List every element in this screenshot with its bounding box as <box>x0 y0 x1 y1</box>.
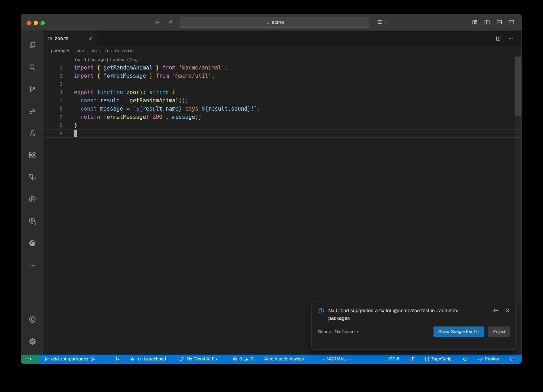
encoding-status[interactable]: UTF-8 <box>383 355 403 364</box>
breadcrumb-separator: › <box>87 49 88 53</box>
remote-icon <box>27 356 32 362</box>
nx-cloud-ai-fix-status-label: Nx Cloud AI Fix <box>187 356 218 362</box>
code-line[interactable]: 2import { formatMessage } from '@acme/ut… <box>43 72 522 80</box>
breadcrumb-separator: › <box>99 49 101 53</box>
tab-zoo-ts[interactable]: TS zoo.ts <box>43 31 97 46</box>
warning-icon <box>244 357 249 362</box>
title-bar[interactable]: acme <box>21 14 522 31</box>
double-check-icon <box>478 357 483 362</box>
code-line[interactable]: 6 const message = `${result.name} says $… <box>43 105 522 113</box>
search-value: acme <box>272 19 284 25</box>
close-tab-icon[interactable] <box>88 36 93 41</box>
line-number: 7 <box>43 113 63 121</box>
activity-item-testing[interactable] <box>21 122 43 144</box>
forward-icon[interactable] <box>167 19 173 25</box>
vim-mode-status[interactable]: -- NORMAL -- <box>319 355 352 364</box>
copilot-icon <box>377 19 383 25</box>
layout-controls <box>472 19 515 25</box>
copilot-menu[interactable] <box>377 19 388 25</box>
code-line[interactable]: 4export function zoo(): string { <box>43 88 522 97</box>
breadcrumb[interactable]: packages›zoo›src›lib›TSzoo.ts›... <box>43 46 522 55</box>
toggle-secondary-sidebar-icon[interactable] <box>508 19 515 25</box>
toggle-sidebar-icon[interactable] <box>484 19 490 25</box>
more-actions-icon[interactable] <box>508 36 514 41</box>
customize-layout-icon[interactable] <box>472 19 478 25</box>
vscode-window: acme TS zoo <box>21 14 522 364</box>
activity-item-edge-tools[interactable] <box>21 232 43 254</box>
auto-attach-status[interactable]: Auto Attach: Always <box>261 355 306 364</box>
breadcrumb-separator: › <box>136 49 138 53</box>
reject-button[interactable]: Reject <box>488 326 510 337</box>
code-line[interactable]: 8} <box>43 121 522 129</box>
toggle-panel-icon[interactable] <box>496 19 502 25</box>
command-center-search[interactable]: acme <box>180 17 369 28</box>
launchpad-status-label: Launchpad <box>144 356 166 362</box>
tab-label: zoo.ts <box>55 36 68 41</box>
explorer-icon <box>28 41 36 49</box>
activity-item-project-graph[interactable] <box>21 188 43 210</box>
code-text: } <box>63 121 77 129</box>
scrollbar-slider[interactable] <box>515 57 521 116</box>
close-window-button[interactable] <box>27 21 31 25</box>
code-line[interactable]: 5 const result = getRandomAnimal(); <box>43 97 522 105</box>
history-nav <box>155 19 173 25</box>
notifications-bell[interactable] <box>506 355 518 364</box>
activity-item-source-control[interactable] <box>21 78 43 100</box>
cloud-upload-icon <box>90 357 95 362</box>
breadcrumb-item[interactable]: packages <box>51 48 70 54</box>
breadcrumb-item[interactable]: src <box>91 48 97 54</box>
activity-item-remote-explorer[interactable] <box>21 166 43 188</box>
minimize-window-button[interactable] <box>34 21 38 25</box>
remote-indicator[interactable] <box>21 355 38 364</box>
activity-bar-bottom <box>21 308 43 352</box>
extensions-icon <box>28 151 36 159</box>
activity-item-search[interactable] <box>21 56 43 78</box>
nx-cloud-ai-fix-status[interactable]: Nx Cloud AI Fix <box>177 355 220 364</box>
code-line[interactable]: 7 return formatMessage('ZOO', message); <box>43 113 522 121</box>
activity-item-explorer[interactable] <box>21 34 43 56</box>
activity-item-run-debug[interactable] <box>21 100 43 122</box>
activity-item-extensions[interactable] <box>21 144 43 166</box>
problems-status[interactable]: 00 <box>230 355 256 364</box>
eol-status[interactable]: LF <box>406 355 418 364</box>
line-number: 8 <box>43 121 63 129</box>
editor-actions <box>496 31 522 46</box>
zoom-window-button[interactable] <box>41 21 45 25</box>
notification-close-icon[interactable] <box>505 308 510 313</box>
run-debug-icon <box>28 107 36 115</box>
breadcrumb-item[interactable]: zoo <box>77 48 84 54</box>
activity-item-accounts[interactable] <box>21 308 43 330</box>
back-icon[interactable] <box>155 19 161 25</box>
code-line[interactable]: 9 <box>43 129 522 138</box>
language-status[interactable]: { }TypeScript <box>421 355 456 364</box>
code-text <box>63 129 74 138</box>
error-icon <box>233 357 238 362</box>
block-cursor <box>74 130 77 137</box>
git-graph-status[interactable] <box>112 355 123 364</box>
show-suggested-fix-button[interactable]: Show Suggested Fix <box>433 326 484 337</box>
code-line[interactable]: 1import { getRandomAnimal } from '@acme/… <box>43 64 522 72</box>
breadcrumb-item[interactable]: ... <box>140 48 144 54</box>
launchpad-status[interactable]: Launchpad <box>127 355 169 364</box>
breadcrumb-item[interactable]: lib <box>103 48 108 54</box>
split-editor-icon[interactable] <box>496 36 501 41</box>
git-graph-icon <box>115 357 120 362</box>
code-line[interactable]: 3 <box>43 80 522 88</box>
code-text: const message = `${result.name} says ${r… <box>63 105 261 113</box>
formatter-status[interactable]: Prettier <box>474 355 503 364</box>
branch-status[interactable]: add-zoo-packages <box>42 355 98 364</box>
search-icon <box>265 20 270 25</box>
activity-item-settings[interactable] <box>21 330 43 352</box>
braces-glyph: { } <box>425 357 430 361</box>
notification-settings-gear-icon[interactable] <box>493 308 499 313</box>
source-control-icon <box>28 85 36 93</box>
desktop: acme TS zoo <box>0 0 543 392</box>
code-text: import { formatMessage } from '@acme/uti… <box>63 72 215 80</box>
activity-item-more-views[interactable] <box>21 254 43 276</box>
activity-item-graph-search[interactable] <box>21 210 43 232</box>
copilot-status[interactable] <box>459 355 471 364</box>
breadcrumb-item[interactable]: zoo.ts <box>122 48 134 54</box>
status-bar-left: add-zoo-packagesLaunchpadNx Cloud AI Fix… <box>38 355 353 364</box>
traffic-lights <box>27 21 45 25</box>
notification-toast: Nx Cloud suggested a fix for @acme/zoo:t… <box>311 301 517 350</box>
